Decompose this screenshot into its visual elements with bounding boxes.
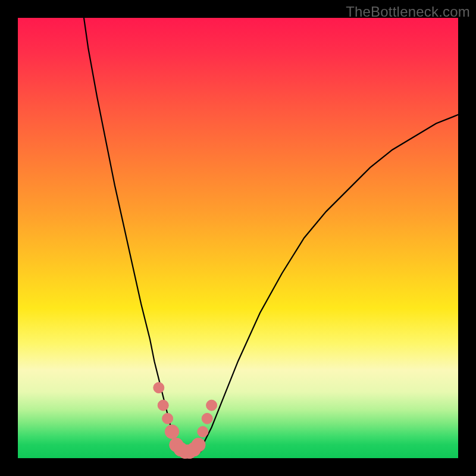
chart-plot-area (18, 18, 458, 458)
curve-right-branch (198, 115, 458, 454)
valley-marker (192, 438, 205, 452)
chart-frame: TheBottleneck.com (0, 0, 476, 476)
valley-marker (206, 400, 217, 411)
valley-marker (202, 413, 212, 424)
chart-svg (18, 18, 458, 458)
curve-left-branch (84, 18, 181, 454)
valley-marker (158, 400, 168, 411)
valley-marker (162, 413, 173, 424)
valley-marker (154, 383, 164, 393)
valley-marker (165, 425, 178, 439)
valley-marker (198, 427, 208, 437)
